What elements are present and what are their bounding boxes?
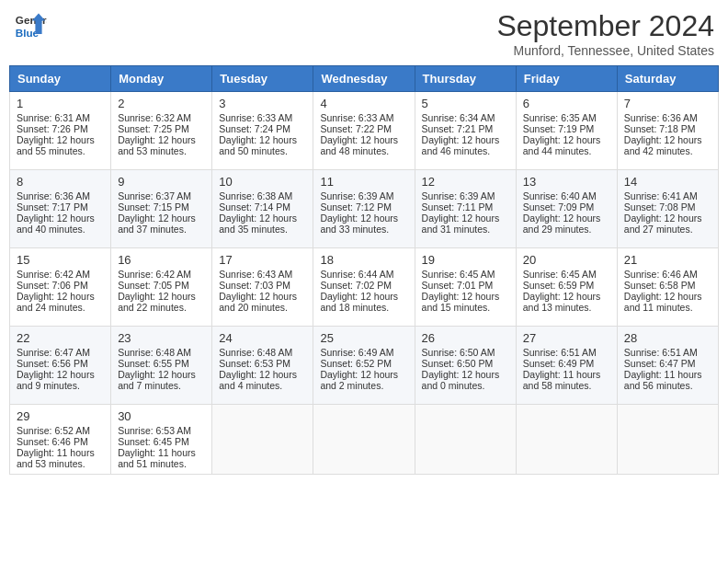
day-5: 5 Sunrise: 6:34 AMSunset: 7:21 PMDayligh… (415, 92, 516, 170)
logo-icon: General Blue (14, 9, 47, 42)
day-23: 23 Sunrise: 6:48 AMSunset: 6:55 PMDaylig… (111, 327, 212, 405)
calendar-header-row: Sunday Monday Tuesday Wednesday Thursday… (10, 66, 719, 92)
empty-cell-2 (313, 405, 415, 475)
calendar-week-2: 8 Sunrise: 6:36 AMSunset: 7:17 PMDayligh… (10, 170, 719, 248)
day-2: 2 Sunrise: 6:32 AMSunset: 7:25 PMDayligh… (111, 92, 212, 170)
day-21: 21 Sunrise: 6:46 AMSunset: 6:58 PMDaylig… (617, 248, 718, 327)
day-12: 12 Sunrise: 6:39 AMSunset: 7:11 PMDaylig… (415, 170, 516, 248)
logo: General Blue (14, 9, 47, 42)
day-16: 16 Sunrise: 6:42 AMSunset: 7:05 PMDaylig… (111, 248, 212, 327)
day-4: 4 Sunrise: 6:33 AMSunset: 7:22 PMDayligh… (313, 92, 415, 170)
day-3: 3 Sunrise: 6:33 AMSunset: 7:24 PMDayligh… (212, 92, 313, 170)
header-monday: Monday (111, 66, 212, 92)
page-header: General Blue September 2024 Munford, Ten… (9, 9, 719, 58)
day-14: 14 Sunrise: 6:41 AMSunset: 7:08 PMDaylig… (617, 170, 718, 248)
day-26: 26 Sunrise: 6:50 AMSunset: 6:50 PMDaylig… (415, 327, 516, 405)
calendar-week-4: 22 Sunrise: 6:47 AMSunset: 6:56 PMDaylig… (10, 327, 719, 405)
location: Munford, Tennessee, United States (496, 43, 714, 58)
day-30: 30 Sunrise: 6:53 AMSunset: 6:45 PMDaylig… (111, 405, 212, 475)
header-tuesday: Tuesday (212, 66, 313, 92)
empty-cell-5 (617, 405, 718, 475)
day-1: 1 Sunrise: 6:31 AMSunset: 7:26 PMDayligh… (10, 92, 111, 170)
day-13: 13 Sunrise: 6:40 AMSunset: 7:09 PMDaylig… (516, 170, 617, 248)
day-22: 22 Sunrise: 6:47 AMSunset: 6:56 PMDaylig… (10, 327, 111, 405)
day-8: 8 Sunrise: 6:36 AMSunset: 7:17 PMDayligh… (10, 170, 111, 248)
day-15: 15 Sunrise: 6:42 AMSunset: 7:06 PMDaylig… (10, 248, 111, 327)
header-thursday: Thursday (415, 66, 516, 92)
empty-cell-3 (415, 405, 516, 475)
day-24: 24 Sunrise: 6:48 AMSunset: 6:53 PMDaylig… (212, 327, 313, 405)
calendar-week-3: 15 Sunrise: 6:42 AMSunset: 7:06 PMDaylig… (10, 248, 719, 327)
title-block: September 2024 Munford, Tennessee, Unite… (496, 9, 714, 58)
calendar-table: Sunday Monday Tuesday Wednesday Thursday… (9, 65, 719, 475)
header-friday: Friday (516, 66, 617, 92)
empty-cell-1 (212, 405, 313, 475)
day-18: 18 Sunrise: 6:44 AMSunset: 7:02 PMDaylig… (313, 248, 415, 327)
day-25: 25 Sunrise: 6:49 AMSunset: 6:52 PMDaylig… (313, 327, 415, 405)
calendar-week-1: 1 Sunrise: 6:31 AMSunset: 7:26 PMDayligh… (10, 92, 719, 170)
calendar-week-5: 29 Sunrise: 6:52 AMSunset: 6:46 PMDaylig… (10, 405, 719, 475)
day-9: 9 Sunrise: 6:37 AMSunset: 7:15 PMDayligh… (111, 170, 212, 248)
day-11: 11 Sunrise: 6:39 AMSunset: 7:12 PMDaylig… (313, 170, 415, 248)
day-29: 29 Sunrise: 6:52 AMSunset: 6:46 PMDaylig… (10, 405, 111, 475)
day-7: 7 Sunrise: 6:36 AMSunset: 7:18 PMDayligh… (617, 92, 718, 170)
day-20: 20 Sunrise: 6:45 AMSunset: 6:59 PMDaylig… (516, 248, 617, 327)
day-19: 19 Sunrise: 6:45 AMSunset: 7:01 PMDaylig… (415, 248, 516, 327)
day-10: 10 Sunrise: 6:38 AMSunset: 7:14 PMDaylig… (212, 170, 313, 248)
day-28: 28 Sunrise: 6:51 AMSunset: 6:47 PMDaylig… (617, 327, 718, 405)
header-wednesday: Wednesday (313, 66, 415, 92)
day-6: 6 Sunrise: 6:35 AMSunset: 7:19 PMDayligh… (516, 92, 617, 170)
day-27: 27 Sunrise: 6:51 AMSunset: 6:49 PMDaylig… (516, 327, 617, 405)
header-sunday: Sunday (10, 66, 111, 92)
empty-cell-4 (516, 405, 617, 475)
day-17: 17 Sunrise: 6:43 AMSunset: 7:03 PMDaylig… (212, 248, 313, 327)
header-saturday: Saturday (617, 66, 718, 92)
month-title: September 2024 (496, 9, 714, 43)
